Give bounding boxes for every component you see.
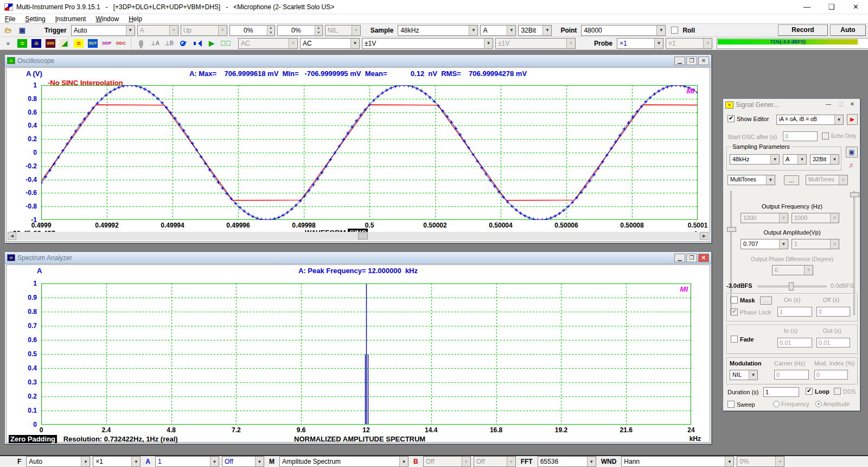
run-continuous-icon[interactable]: ▶⃘ <box>220 38 232 49</box>
signal-generator-minimize-button[interactable]: — <box>823 100 834 109</box>
sg-channel-combo[interactable]: A▼ <box>783 154 807 165</box>
a-processing-combo[interactable]: Off▼ <box>222 456 264 467</box>
sg-note-icon[interactable]: ♬ <box>846 160 858 171</box>
oscilloscope-icon[interactable]: ≈ <box>16 38 28 49</box>
trigger-source-combo[interactable]: A▼ <box>137 25 178 36</box>
b-gain-combo[interactable]: Off▼ <box>423 456 471 467</box>
spectrum-3d-plot-icon[interactable]: ◢ <box>59 38 71 49</box>
microphone-icon[interactable] <box>135 38 147 49</box>
mask-off-input[interactable]: 0 <box>816 307 850 317</box>
routing-combo[interactable]: iA = oA, iB = oB▼ <box>776 115 844 125</box>
auto-button[interactable]: Auto <box>830 24 866 36</box>
carrier-input[interactable]: 0 <box>774 370 809 380</box>
amplitude-fader-b-thumb[interactable] <box>850 192 859 197</box>
amplitude-radio[interactable] <box>815 401 822 407</box>
sg-save-button[interactable]: ▣ <box>846 147 858 157</box>
ddp-viewer-icon[interactable]: DDP <box>101 38 113 49</box>
trigger-delay-spinner[interactable]: 0%▲▼ <box>277 25 323 36</box>
oscilloscope-scrollbar[interactable]: ◀ ▶ <box>8 232 709 240</box>
menu-file[interactable]: File <box>0 15 20 23</box>
sample-rate-combo[interactable]: 48kHz▼ <box>398 25 478 36</box>
spectrum-mode-combo[interactable]: Amplitude Spectrum▼ <box>279 456 409 467</box>
fft-size-combo[interactable]: 65536▼ <box>538 456 596 467</box>
signal-generator-maximize-button[interactable]: ❑ <box>835 100 846 109</box>
save-file-icon[interactable]: ▣ <box>16 25 28 36</box>
x-multiplier-combo[interactable]: ×1▼ <box>93 456 141 467</box>
spectrum-minimize-button[interactable]: ▁ <box>674 254 685 262</box>
overlap-combo[interactable]: 0%▼ <box>737 456 784 467</box>
amp-a-combo[interactable]: 0.707▼ <box>741 239 788 249</box>
show-editor-checkbox[interactable] <box>727 115 735 122</box>
coupling-a-combo[interactable]: AC▼ <box>238 38 298 49</box>
scroll-right-button[interactable]: ▶ <box>700 232 709 240</box>
dbfs-slider-thumb[interactable] <box>789 282 794 291</box>
mask-more-button[interactable]: ... <box>760 296 772 305</box>
ground-b-icon[interactable]: ⊥B <box>163 38 175 49</box>
oscilloscope-restore-button[interactable]: ❐ <box>686 56 697 65</box>
app-minimize-button[interactable]: — <box>795 0 819 14</box>
freq-b-combo[interactable]: 1000▼ <box>792 213 839 223</box>
open-file-icon[interactable]: 🗁 <box>2 25 14 36</box>
ground-a-icon[interactable]: ⊥A <box>149 38 161 49</box>
oscilloscope-title-bar[interactable]: ≈ Oscilloscope ▁ ❐ ✕ <box>5 55 711 67</box>
signal-generator-title-bar[interactable]: ≈ Signal Gener... — ❑ ✕ <box>723 99 860 111</box>
derived-data-curve-icon[interactable]: DDC <box>115 38 127 49</box>
a-gain-combo[interactable]: 1▼ <box>155 456 219 467</box>
amp-b-combo[interactable]: 1▼ <box>792 239 839 249</box>
record-button[interactable]: Record <box>778 24 828 36</box>
spectrum-title-bar[interactable]: ılı Spectrum Analyzer ▁ ❐ ✕ <box>5 252 711 264</box>
modulation-combo[interactable]: NIL▼ <box>730 370 758 380</box>
menu-setting[interactable]: Setting <box>20 15 50 23</box>
record-indicator-icon[interactable]: ● <box>2 38 14 49</box>
wave-b-combo[interactable]: MultiTones▼ <box>806 175 848 185</box>
run-icon[interactable]: ▶ <box>206 38 218 49</box>
menu-help[interactable]: Help <box>124 15 147 23</box>
sample-channel-combo[interactable]: A▼ <box>480 25 516 36</box>
sg-bits-combo[interactable]: 32Bit▼ <box>810 154 839 165</box>
loop-checkbox[interactable] <box>806 388 813 395</box>
spectrum-restore-button[interactable]: ❐ <box>686 254 697 262</box>
phase-lock-checkbox[interactable] <box>731 308 738 315</box>
trigger-mode-combo[interactable]: Auto▼ <box>71 25 135 36</box>
calibration-icon[interactable] <box>177 38 189 49</box>
point-combo[interactable]: 48000▼ <box>581 25 666 36</box>
dbfs-slider-track[interactable] <box>758 286 826 287</box>
device-test-plan-icon[interactable]: DUT <box>87 38 99 49</box>
app-close-button[interactable]: ✕ <box>844 0 868 14</box>
multimeter-icon[interactable]: 888 <box>44 38 56 49</box>
range-a-combo[interactable]: ±1V▼ <box>362 38 493 49</box>
sound-device-icon[interactable] <box>192 38 203 49</box>
frequency-radio[interactable] <box>773 401 780 407</box>
sg-sample-rate-combo[interactable]: 48kHz▼ <box>730 154 780 165</box>
b-processing-combo[interactable]: Off▼ <box>474 456 516 467</box>
range-b-combo[interactable]: ±1V▼ <box>495 38 576 49</box>
frequency-axis-combo[interactable]: Auto▼ <box>26 456 90 467</box>
app-maximize-button[interactable]: ❑ <box>819 0 844 14</box>
menu-window[interactable]: Window <box>91 15 124 23</box>
trigger-level-spinner[interactable]: 0%▲▼ <box>229 25 275 36</box>
scroll-left-button[interactable]: ◀ <box>8 232 16 240</box>
sample-bits-combo[interactable]: 32Bit▼ <box>518 25 552 36</box>
mask-checkbox[interactable] <box>731 296 738 304</box>
scroll-thumb[interactable] <box>358 232 368 239</box>
start-osc-input[interactable]: 0 <box>783 131 818 141</box>
signal-generator-play-button[interactable]: ▶ <box>847 114 858 125</box>
fade-in-input[interactable]: 0.01 <box>777 338 812 348</box>
zero-padding-tag[interactable]: Zero Padding <box>9 435 57 443</box>
probe-a-combo[interactable]: ×1▼ <box>617 38 663 49</box>
window-function-combo[interactable]: Hann▼ <box>621 456 734 467</box>
spectrum-close-button[interactable]: ✕ <box>698 254 709 262</box>
duration-input[interactable]: 1 <box>763 387 799 397</box>
freq-a-combo[interactable]: 1000▼ <box>741 213 788 223</box>
oscilloscope-close-button[interactable]: ✕ <box>698 56 709 65</box>
spectrum-analyzer-icon[interactable]: ılı <box>30 38 42 49</box>
signal-generator-icon[interactable]: ≈ <box>73 38 85 49</box>
coupling-b-combo[interactable]: AC▼ <box>300 38 360 49</box>
mask-on-input[interactable]: 1 <box>777 307 812 317</box>
trigger-edge-combo[interactable]: Up▼ <box>181 25 227 36</box>
wave-a-combo[interactable]: MultiTones▼ <box>727 175 775 185</box>
signal-generator-close-button[interactable]: ✕ <box>847 100 858 109</box>
roll-checkbox[interactable]: Roll <box>671 27 697 34</box>
dds-checkbox[interactable] <box>834 388 841 395</box>
probe-b-combo[interactable]: ×1▼ <box>666 38 712 49</box>
